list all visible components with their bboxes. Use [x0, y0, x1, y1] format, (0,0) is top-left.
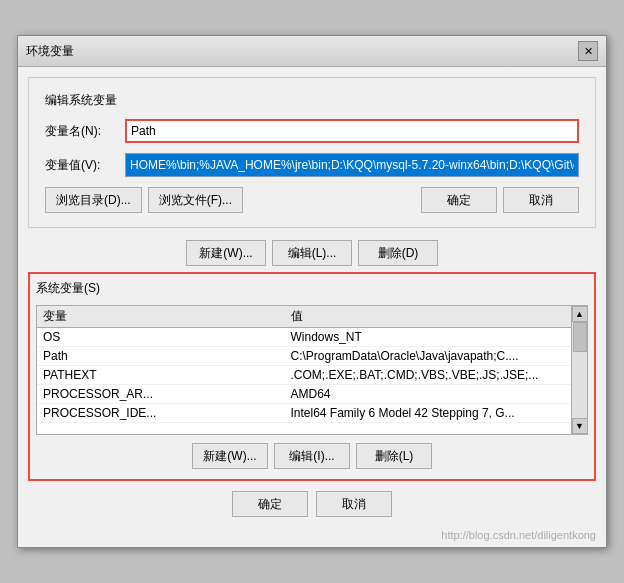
- vars-table-wrapper: 变量 值 OS Windows_NT Path C:: [36, 305, 588, 435]
- row-var: PROCESSOR_IDE...: [37, 404, 285, 423]
- table-row[interactable]: PROCESSOR_IDE... Intel64 Family 6 Model …: [37, 404, 587, 423]
- value-input[interactable]: [125, 153, 579, 177]
- final-confirm-button[interactable]: 确定: [232, 491, 308, 517]
- close-button[interactable]: ✕: [578, 41, 598, 61]
- value-label: 变量值(V):: [45, 157, 125, 174]
- system-button-row: 新建(W)... 编辑(I)... 删除(L): [36, 443, 588, 469]
- final-button-row: 确定 取消: [18, 491, 606, 517]
- row-var: PROCESSOR_AR...: [37, 385, 285, 404]
- title-bar: 环境变量 ✕: [18, 36, 606, 67]
- edit-cancel-button[interactable]: 取消: [503, 187, 579, 213]
- row-var: PATHEXT: [37, 366, 285, 385]
- edit-section: 编辑系统变量 变量名(N): 变量值(V): 浏览目录(D)... 浏览文件(F…: [28, 77, 596, 228]
- edit-button-row: 浏览目录(D)... 浏览文件(F)... 确定 取消: [45, 187, 579, 213]
- scroll-up-arrow[interactable]: ▲: [572, 306, 588, 322]
- row-val: Windows_NT: [285, 328, 572, 347]
- edit-confirm-button[interactable]: 确定: [421, 187, 497, 213]
- sys-edit-button[interactable]: 编辑(I)...: [274, 443, 350, 469]
- table-row[interactable]: PATHEXT .COM;.EXE;.BAT;.CMD;.VBS;.VBE;.J…: [37, 366, 587, 385]
- name-row: 变量名(N):: [45, 119, 579, 143]
- window-title: 环境变量: [26, 43, 74, 60]
- row-val: AMD64: [285, 385, 572, 404]
- row-val: C:\ProgramData\Oracle\Java\javapath;C...…: [285, 347, 572, 366]
- upper-edit-button[interactable]: 编辑(L)...: [272, 240, 352, 266]
- system-vars-title: 系统变量(S): [36, 280, 588, 297]
- table-scrollbar[interactable]: ▲ ▼: [571, 306, 587, 434]
- row-val: Intel64 Family 6 Model 42 Stepping 7, G.…: [285, 404, 572, 423]
- table-row[interactable]: OS Windows_NT: [37, 328, 587, 347]
- scrollbar-thumb[interactable]: [573, 322, 587, 352]
- upper-buttons-area: 新建(W)... 编辑(L)... 删除(D): [18, 238, 606, 268]
- main-window: 环境变量 ✕ 编辑系统变量 变量名(N): 变量值(V): 浏览目录(D)...…: [17, 35, 607, 548]
- scrollbar-track: [572, 322, 587, 418]
- browse-dir-button[interactable]: 浏览目录(D)...: [45, 187, 142, 213]
- watermark: http://blog.csdn.net/diligentkong: [18, 527, 606, 547]
- sys-new-button[interactable]: 新建(W)...: [192, 443, 268, 469]
- sys-delete-button[interactable]: 删除(L): [356, 443, 432, 469]
- row-var: Path: [37, 347, 285, 366]
- name-label: 变量名(N):: [45, 123, 125, 140]
- upper-new-button[interactable]: 新建(W)...: [186, 240, 266, 266]
- system-vars-section: 系统变量(S) 变量 值 OS Windows_NT: [28, 272, 596, 481]
- col-var: 变量: [37, 306, 285, 328]
- browse-file-button[interactable]: 浏览文件(F)...: [148, 187, 243, 213]
- edit-section-title: 编辑系统变量: [45, 92, 579, 109]
- upper-delete-button[interactable]: 删除(D): [358, 240, 438, 266]
- table-row[interactable]: PROCESSOR_AR... AMD64: [37, 385, 587, 404]
- col-val: 值: [285, 306, 572, 328]
- final-cancel-button[interactable]: 取消: [316, 491, 392, 517]
- table-row[interactable]: Path C:\ProgramData\Oracle\Java\javapath…: [37, 347, 587, 366]
- name-input[interactable]: [125, 119, 579, 143]
- row-val: .COM;.EXE;.BAT;.CMD;.VBS;.VBE;.JS;.JSE;.…: [285, 366, 572, 385]
- value-row: 变量值(V):: [45, 153, 579, 177]
- row-var: OS: [37, 328, 285, 347]
- vars-table-container: 变量 值 OS Windows_NT Path C:: [36, 305, 588, 435]
- scroll-down-arrow[interactable]: ▼: [572, 418, 588, 434]
- vars-table: 变量 值 OS Windows_NT Path C:: [37, 306, 587, 423]
